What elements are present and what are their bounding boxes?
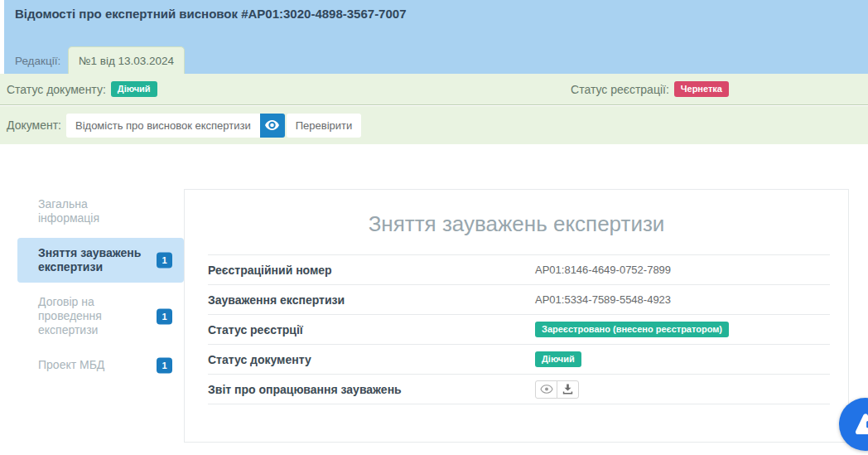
eye-icon [540,385,553,394]
status-badge: Зареєстровано (внесено реєстратором) [535,322,729,337]
status-badge: Діючий [535,351,581,367]
row-label: Зауваження експертизи [208,293,535,307]
count-badge: 1 [157,308,172,324]
reg-status-badge: Чернетка [674,81,729,97]
download-icon [562,384,573,394]
row-label: Звіт про опрацювання зауважень [208,383,535,396]
eye-button[interactable] [535,380,557,399]
card-title: Зняття зауважень експертизи [185,211,848,237]
table-row: Статус реєстрціїЗареєстровано (внесено р… [208,315,830,345]
table-row: Статус документуДіючий [208,345,830,375]
tab-editions-label[interactable]: Редакції: [15,55,60,67]
doc-status-label: Статус документу: [7,83,106,96]
page: Відомості про експертний висновок #AP01:… [0,0,868,455]
details-card: Зняття зауважень експертизи Реєстраційни… [184,189,849,443]
count-badge: 1 [157,357,172,373]
doc-status-badge: Діючий [111,81,157,97]
sidebar-item[interactable]: Загальна інформація [17,189,184,234]
eye-icon [265,120,279,130]
row-label: Реєстраційний номер [208,264,535,277]
reg-status-label: Статус реєстрації: [571,83,669,96]
table-row: Зауваження експертизиAP01:5334-7589-5548… [208,285,830,315]
document-button[interactable]: Відомість про висновок експертизи [66,114,260,138]
sidebar-item-label: Зняття зауважень експертизи [38,246,141,273]
tab-edition-1[interactable]: №1 від 13.03.2024 [68,46,185,74]
row-label: Статус реєстрції [208,323,535,336]
sidebar-item[interactable]: Зняття зауважень експертизи1 [17,238,184,283]
document-bar: Документ: Відомість про висновок експерт… [0,106,868,144]
sidebar: Загальна інформаціяЗняття зауважень експ… [17,189,184,385]
sidebar-item-label: Загальна інформація [38,197,99,225]
status-bar: Статус документу: Діючий Статус реєстрац… [0,74,868,105]
page-header: Відомості про експертний висновок #AP01:… [4,0,868,74]
page-title: Відомості про експертний висновок #AP01:… [15,7,407,21]
row-actions [535,380,579,399]
row-label: Статус документу [208,353,535,366]
document-label: Документ: [7,119,61,132]
alert-icon [851,410,868,438]
row-value: AP01:8146-4649-0752-7899 [535,264,671,276]
sidebar-item-label: Проект МБД [38,358,104,371]
count-badge: 1 [157,253,172,269]
download-button[interactable] [557,380,579,399]
sidebar-item[interactable]: Договір на проведення експертизи1 [17,287,184,346]
sidebar-item-label: Договір на проведення експертизи [38,295,102,336]
row-value: AP01:5334-7589-5548-4923 [535,293,671,306]
sidebar-item[interactable]: Проект МБД1 [17,350,184,380]
info-table: Реєстраційний номерAP01:8146-4649-0752-7… [208,254,830,404]
verify-button[interactable]: Перевірити [287,114,362,138]
eye-icon[interactable] [260,114,285,138]
table-row: Реєстраційний номерAP01:8146-4649-0752-7… [208,254,830,285]
table-row: Звіт про опрацювання зауважень [208,375,830,404]
